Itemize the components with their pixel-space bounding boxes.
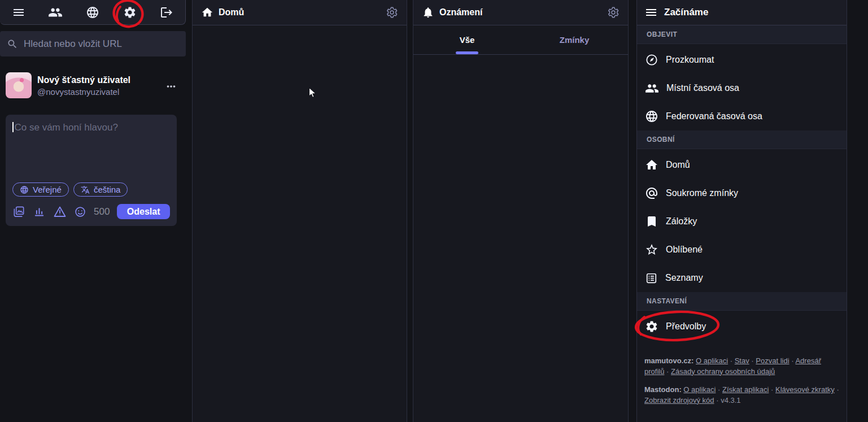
sidebar-item-private-mentions[interactable]: Soukromé zmínky: [637, 179, 847, 207]
link-privacy-policy[interactable]: Zásady ochrany osobních údajů: [671, 367, 775, 376]
link-view-source[interactable]: Zobrazit zdrojový kód: [644, 396, 714, 404]
notifications-column-header[interactable]: Oznámení: [413, 0, 628, 25]
tab-all[interactable]: Vše: [413, 25, 521, 54]
logout-icon[interactable]: [148, 0, 185, 24]
language-chip[interactable]: čeština: [73, 182, 128, 197]
drawer-navbar: [0, 0, 186, 25]
gear-icon: [645, 320, 658, 333]
compose-textarea[interactable]: Co se vám honí hlavou?: [12, 121, 170, 182]
panel-footer: mamutovo.cz: O aplikaci · Stav · Pozvat …: [644, 356, 842, 406]
link-about-mastodon[interactable]: O aplikaci: [683, 385, 716, 394]
tab-mentions[interactable]: Zmínky: [521, 25, 628, 54]
federated-timeline-globe-icon[interactable]: [74, 0, 111, 24]
home-column: Domů: [192, 0, 407, 422]
column-settings-icon[interactable]: [607, 6, 620, 19]
menu-icon[interactable]: [644, 6, 658, 19]
compass-icon: [645, 53, 658, 67]
people-icon: [645, 81, 659, 95]
bell-icon: [422, 6, 434, 19]
link-get-app[interactable]: Získat aplikaci: [722, 385, 769, 394]
star-icon: [645, 243, 658, 256]
link-keyboard-shortcuts[interactable]: Klávesové zkratky: [775, 385, 835, 394]
getting-started-header: Začínáme: [637, 0, 847, 25]
emoji-icon[interactable]: [74, 206, 86, 218]
search-icon: [7, 38, 18, 50]
notifications-column: Oznámení Vše Zmínky: [413, 0, 629, 422]
compose-options: Veřejné čeština: [12, 182, 170, 197]
bookmark-icon: [645, 215, 658, 228]
search-bar: [0, 31, 186, 56]
sidebar-item-explore[interactable]: Prozkoumat: [637, 46, 847, 74]
home-column-header[interactable]: Domů: [193, 0, 407, 25]
active-tab-underline: [456, 51, 478, 54]
display-name: Nový šťastný uživatel: [37, 74, 130, 86]
sidebar-item-lists[interactable]: Seznamy: [637, 264, 847, 292]
version-label: v4.3.1: [721, 396, 740, 404]
public-globe-icon: [20, 185, 29, 194]
getting-started-panel: Začínáme OBJEVIT Prozkoumat Místní časov…: [636, 0, 847, 422]
sidebar-item-favourites[interactable]: Oblíbené: [637, 236, 847, 264]
section-header-personal: OSOBNÍ: [637, 130, 847, 149]
publish-button[interactable]: Odeslat: [117, 204, 170, 219]
mastodon-footer-line: Mastodon: O aplikaci · Získat aplikaci ·…: [644, 385, 842, 406]
avatar[interactable]: [6, 72, 32, 98]
compose-actions: 500 Odeslat: [12, 204, 170, 219]
section-header-settings: NASTAVENÍ: [637, 292, 847, 311]
link-invite-people[interactable]: Pozvat lidi: [756, 356, 789, 365]
link-status[interactable]: Stav: [735, 356, 749, 365]
home-icon: [201, 6, 213, 19]
column-title: Oznámení: [439, 7, 482, 18]
menu-icon[interactable]: [0, 0, 37, 24]
sidebar-item-local-timeline[interactable]: Místní časová osa: [637, 74, 847, 102]
panel-title: Začínáme: [664, 7, 708, 18]
column-settings-icon[interactable]: [386, 6, 398, 19]
nav-settings-icon[interactable]: [111, 0, 149, 24]
sidebar-item-home[interactable]: Domů: [637, 151, 847, 179]
visibility-chip[interactable]: Veřejné: [12, 182, 69, 197]
compose-form: Co se vám honí hlavou? Veřejné čeština: [6, 115, 177, 226]
sidebar-item-predvolby[interactable]: Předvolby: [637, 312, 847, 341]
globe-icon: [645, 110, 658, 123]
more-horizontal-icon[interactable]: [165, 80, 177, 93]
visibility-label: Veřejné: [33, 185, 62, 194]
column-title: Domů: [219, 7, 244, 18]
poll-icon[interactable]: [33, 205, 46, 218]
character-counter: 500: [94, 206, 110, 217]
local-timeline-people-icon[interactable]: [37, 0, 75, 24]
translate-icon: [81, 185, 90, 194]
link-about-instance[interactable]: O aplikaci: [696, 356, 728, 365]
instance-footer-line: mamutovo.cz: O aplikaci · Stav · Pozvat …: [644, 356, 842, 377]
account-texts: Nový šťastný uživatel @novystastnyuzivat…: [37, 72, 130, 99]
search-input[interactable]: [24, 38, 179, 50]
language-label: čeština: [94, 185, 121, 194]
at-icon: [645, 186, 658, 200]
sidebar-item-bookmarks[interactable]: Záložky: [637, 207, 847, 236]
sidebar-item-federated-timeline[interactable]: Federovaná časová osa: [637, 102, 847, 130]
home-icon: [645, 158, 658, 172]
account-handle: @novystastnyuzivatel: [37, 86, 130, 98]
list-icon: [645, 272, 658, 285]
text-caret: [12, 122, 14, 132]
notifications-tabbar: Vše Zmínky: [413, 25, 628, 55]
section-header-discover: OBJEVIT: [637, 25, 847, 44]
mastodon-advanced-ui: Nový šťastný uživatel @novystastnyuzivat…: [0, 0, 868, 422]
content-warning-icon[interactable]: [53, 205, 67, 219]
account-header: Nový šťastný uživatel @novystastnyuzivat…: [6, 72, 177, 99]
media-icon[interactable]: [12, 205, 25, 218]
